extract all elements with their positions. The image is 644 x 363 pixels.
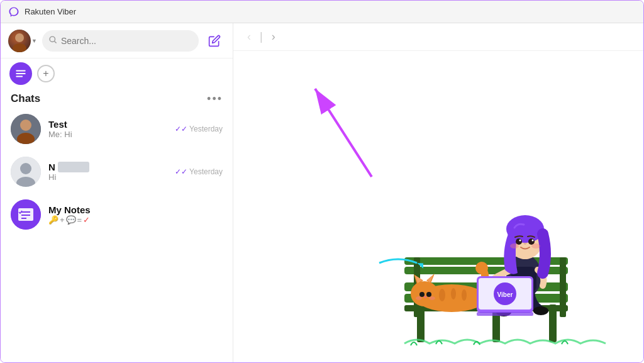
svg-line-3 [54,41,56,43]
illustration-area: Viber [233,51,643,363]
chat-preview-notes: 🔑+💬=✓ [48,215,215,225]
titlebar: Rakuten Viber [1,1,643,23]
chat-time-n: ✓✓ Yesterday [175,167,223,176]
blurred-name [58,162,89,172]
chat-content-test: Test Me: Hi [48,119,167,139]
svg-point-56 [510,243,519,249]
svg-point-44 [475,262,488,274]
avatar-area: ▼ [8,30,37,52]
chat-time-test: ✓✓ Yesterday [175,125,223,133]
read-receipt-icon: ✓✓ [175,125,187,133]
svg-point-42 [429,296,435,300]
svg-point-0 [15,33,24,42]
svg-point-54 [519,240,521,242]
svg-text:Viber: Viber [497,291,513,298]
svg-point-34 [411,281,438,306]
chat-avatar-n [11,157,41,187]
notes-avatar-icon [11,199,41,230]
svg-point-1 [13,43,26,52]
compose-button[interactable] [204,30,225,52]
chat-avatar-test [11,114,41,144]
svg-point-52 [516,238,522,245]
back-button[interactable]: ‹ [243,28,255,46]
nav-divider: | [260,30,263,43]
nav-bar: ‹ | › [233,23,643,51]
viber-logo-icon [8,6,19,18]
chat-preview-test: Me: Hi [48,130,167,139]
svg-point-32 [451,288,456,299]
search-bar[interactable] [42,30,199,52]
sidebar: ▼ [1,23,233,363]
chats-label: Chats [11,92,40,105]
gray-avatar-icon [11,157,41,187]
svg-point-11 [20,163,31,174]
search-icon [48,35,57,46]
search-input[interactable] [61,36,192,46]
svg-rect-29 [560,257,566,317]
action-row: + [1,59,233,87]
arrow-annotation [303,76,384,192]
cyan-arrow-svg [373,250,423,276]
chat-item-n[interactable]: N Hi ✓✓ Yesterday [1,150,233,193]
svg-point-57 [531,243,540,249]
chat-content-n: N Hi [48,162,167,182]
chat-preview-n: Hi [48,172,167,182]
svg-point-55 [532,240,534,242]
more-options-button[interactable]: ••• [207,93,223,104]
svg-point-43 [424,296,427,298]
app-title: Rakuten Viber [25,7,76,16]
chat-time-label-n: Yesterday [189,167,223,176]
app-body: ▼ [1,23,643,363]
main-content: ‹ | › [233,23,643,363]
svg-point-2 [50,36,55,42]
add-icon: + [43,68,48,79]
avatar-dropdown-icon[interactable]: ▼ [31,38,37,44]
svg-point-8 [20,120,31,131]
chat-avatar-notes [11,199,41,230]
add-button[interactable]: + [37,65,55,82]
filter-button[interactable] [9,62,32,85]
svg-point-33 [462,289,467,301]
forward-button[interactable]: › [268,28,279,46]
svg-rect-62 [477,312,533,316]
arrow-svg [303,76,384,189]
person-avatar-icon [11,114,41,144]
svg-point-41 [416,296,422,300]
chat-name-notes: My Notes [48,204,215,215]
chat-name-n: N [48,162,167,172]
chat-meta-test: ✓✓ Yesterday [175,125,223,133]
chat-name-test: Test [48,119,167,130]
svg-point-53 [528,238,535,245]
chats-section-header: Chats ••• [1,87,233,108]
avatar-person-icon [8,30,31,52]
svg-point-48 [533,306,548,315]
toolbar: ▼ [1,23,233,59]
read-receipt-icon-n: ✓✓ [175,167,187,176]
chat-list: Test Me: Hi ✓✓ Yesterday [1,108,233,363]
svg-point-31 [439,289,445,301]
chat-content-notes: My Notes 🔑+💬=✓ [48,204,215,225]
user-avatar[interactable] [8,30,31,52]
chat-item-notes[interactable]: My Notes 🔑+💬=✓ [1,193,233,236]
svg-line-19 [315,89,372,177]
avatar-image [8,30,31,52]
chat-meta-n: ✓✓ Yesterday [175,167,223,176]
chat-time-label: Yesterday [189,125,223,133]
chat-item-test[interactable]: Test Me: Hi ✓✓ Yesterday [1,108,233,150]
